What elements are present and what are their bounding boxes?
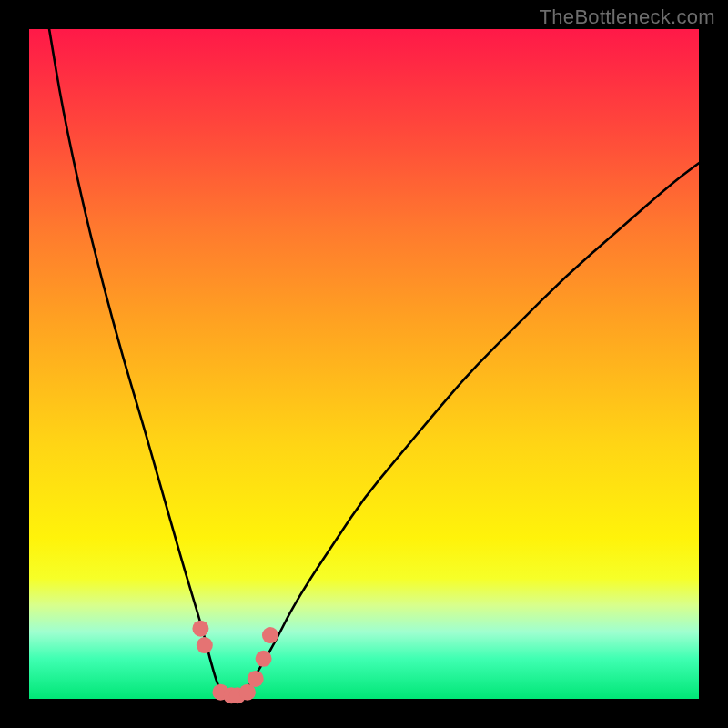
data-marker xyxy=(256,651,272,667)
data-markers xyxy=(192,621,278,704)
bottleneck-curve xyxy=(49,29,699,699)
watermark-text: TheBottleneck.com xyxy=(540,5,715,29)
data-marker xyxy=(197,637,213,653)
chart-svg xyxy=(29,29,699,699)
data-marker xyxy=(262,627,278,643)
data-marker xyxy=(192,621,208,637)
chart-plot-area xyxy=(29,29,699,699)
data-marker xyxy=(248,671,264,687)
chart-frame: TheBottleneck.com xyxy=(0,0,728,728)
